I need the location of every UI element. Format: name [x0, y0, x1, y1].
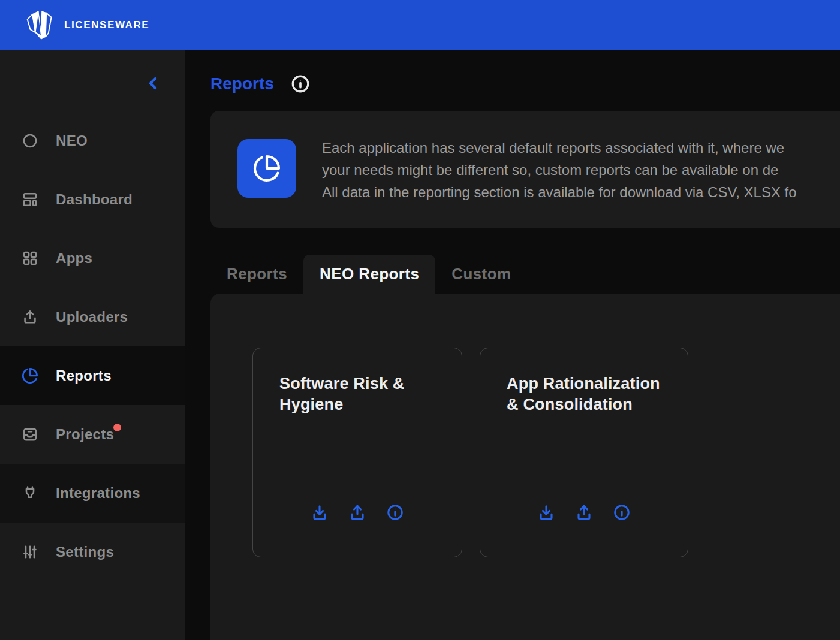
page-title: Reports: [210, 74, 274, 93]
upload-icon: [348, 503, 366, 521]
sidebar-item-label: Uploaders: [56, 309, 128, 325]
info-icon: [613, 503, 631, 521]
sidebar-item-settings[interactable]: Settings: [0, 523, 185, 581]
chevron-left-icon: [146, 75, 161, 92]
sidebar-item-reports[interactable]: Reports: [0, 346, 185, 405]
sidebar-item-projects[interactable]: Projects: [0, 405, 185, 464]
projects-notification-dot: [113, 424, 121, 431]
banner-line: All data in the reporting section is ava…: [322, 181, 840, 203]
dashboard-icon: [22, 191, 38, 208]
pie-chart-icon: [252, 154, 281, 183]
sidebar-item-label: Reports: [56, 367, 112, 384]
app-window: LICENSEWARE NEO Dashboard: [0, 0, 840, 640]
download-icon: [537, 503, 555, 521]
info-button[interactable]: [613, 503, 631, 521]
report-card-actions: [480, 503, 688, 522]
banner-line: Each application has several default rep…: [322, 137, 840, 159]
circle-icon: [22, 132, 38, 149]
download-icon: [311, 503, 329, 521]
report-card-actions: [253, 503, 462, 522]
sidebar-menu: NEO Dashboard Apps: [0, 111, 185, 581]
sidebar-item-uploaders[interactable]: Uploaders: [0, 288, 185, 346]
sidebar-item-label: Apps: [56, 250, 92, 267]
tab-reports[interactable]: Reports: [210, 255, 303, 294]
sidebar-item-neo[interactable]: NEO: [0, 111, 185, 170]
download-button[interactable]: [311, 503, 329, 521]
upload-button[interactable]: [348, 503, 366, 521]
report-card-title: App Rationalization & Consolidation: [507, 373, 661, 415]
sidebar-item-label: Dashboard: [56, 191, 133, 208]
upload-button[interactable]: [575, 503, 593, 521]
brand-wordmark: LICENSEWARE: [64, 19, 149, 31]
download-button[interactable]: [537, 503, 555, 521]
plug-icon: [22, 485, 38, 502]
info-banner: Each application has several default rep…: [210, 111, 840, 228]
sidebar-item-label: Projects: [56, 426, 114, 443]
info-button[interactable]: [386, 503, 404, 521]
apps-grid-icon: [22, 250, 38, 267]
sidebar-item-integrations[interactable]: Integrations: [0, 464, 185, 523]
upload-icon: [575, 503, 593, 521]
pie-chart-icon: [22, 367, 38, 384]
main-content: Reports Each application has several def…: [185, 50, 840, 640]
licenseware-logo-icon: [22, 7, 56, 43]
banner-line: your needs might be different so, custom…: [322, 159, 840, 181]
banner-text: Each application has several default rep…: [322, 137, 840, 203]
sidebar-item-apps[interactable]: Apps: [0, 229, 185, 288]
tab-neo-reports[interactable]: NEO Reports: [303, 255, 435, 294]
sliders-icon: [22, 544, 38, 560]
sidebar-item-label: NEO: [56, 132, 88, 149]
report-card-title: Software Risk & Hygiene: [279, 373, 435, 415]
sidebar: NEO Dashboard Apps: [0, 50, 185, 640]
upload-icon: [22, 309, 38, 325]
page-title-row: Reports: [210, 73, 311, 95]
tab-custom[interactable]: Custom: [435, 255, 527, 294]
report-card-software-risk[interactable]: Software Risk & Hygiene: [252, 348, 462, 557]
top-header: LICENSEWARE: [0, 0, 840, 50]
report-card-app-rationalization[interactable]: App Rationalization & Consolidation: [480, 348, 688, 557]
info-icon[interactable]: [290, 74, 311, 94]
sidebar-item-label: Integrations: [56, 485, 140, 502]
inbox-icon: [22, 426, 38, 443]
tab-bar: Reports NEO Reports Custom: [210, 255, 527, 294]
sidebar-item-dashboard[interactable]: Dashboard: [0, 170, 185, 229]
banner-tile: [237, 139, 296, 198]
tab-content-panel: Software Risk & Hygiene: [210, 294, 840, 640]
info-icon: [386, 503, 404, 521]
sidebar-collapse-button[interactable]: [144, 74, 163, 93]
sidebar-item-label: Settings: [56, 544, 114, 560]
